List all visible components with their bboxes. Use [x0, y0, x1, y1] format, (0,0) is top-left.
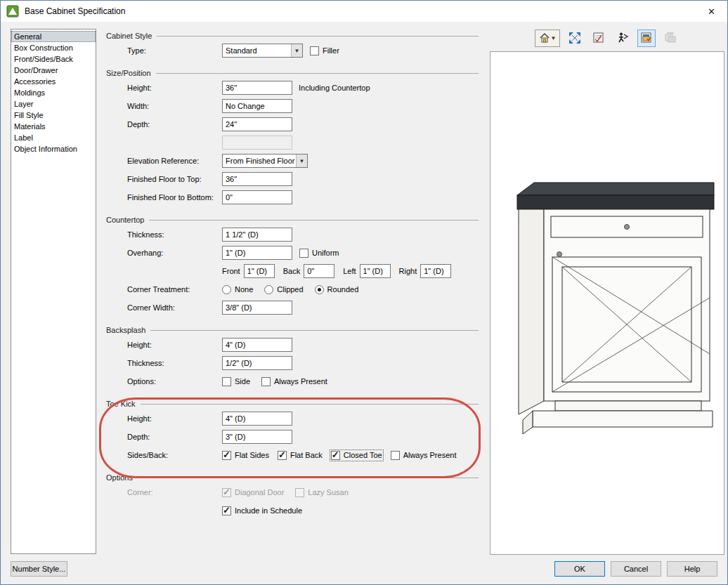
preview-viewport[interactable]: [490, 51, 724, 555]
lazy-susan-checkbox: Lazy Susan: [295, 488, 348, 497]
sidebar-item-box-construction[interactable]: Box Construction: [11, 42, 96, 53]
section-title: Toe Kick: [106, 400, 136, 408]
ok-button[interactable]: OK: [554, 561, 605, 577]
help-button[interactable]: Help: [667, 561, 717, 577]
backsplash-thickness-label: Thickness:: [127, 359, 222, 367]
countertop-thickness-input[interactable]: [222, 228, 292, 242]
chevron-down-icon: ▼: [291, 44, 302, 57]
window-title: Base Cabinet Specification: [25, 6, 125, 16]
walkthrough-icon: [616, 32, 629, 44]
checkbox-label: Always Present: [274, 377, 327, 386]
titlebar[interactable]: Base Cabinet Specification ✕: [1, 1, 727, 22]
checkbox-box: [278, 451, 287, 460]
flat-back-checkbox[interactable]: Flat Back: [278, 451, 323, 460]
overhang-back-label: Back: [283, 267, 300, 275]
elevation-reference-dropdown[interactable]: From Finished Floor ▼: [222, 154, 308, 168]
include-in-schedule-checkbox[interactable]: Include in Schedule: [222, 506, 302, 515]
height-label: Height:: [127, 84, 222, 92]
radio-label: Rounded: [327, 285, 359, 294]
sidebar-item-layer[interactable]: Layer: [11, 98, 96, 110]
corner-treatment-label: Corner Treatment:: [127, 285, 222, 294]
corner-none-radio[interactable]: None: [222, 285, 253, 294]
rebuild-icon: [664, 32, 677, 44]
floor-to-bottom-label: Finished Floor to Bottom:: [127, 193, 222, 202]
backsplash-height-input[interactable]: [222, 338, 292, 352]
cancel-button[interactable]: Cancel: [611, 561, 661, 577]
toe-kick-always-present-checkbox[interactable]: Always Present: [391, 451, 457, 460]
filler-checkbox[interactable]: Filler: [310, 46, 339, 55]
backsplash-thickness-input[interactable]: [222, 356, 292, 370]
fill-window-icon: [568, 32, 581, 44]
cad-detail-button[interactable]: [590, 29, 608, 47]
toe-kick-depth-input[interactable]: [222, 430, 292, 444]
backsplash-side-checkbox[interactable]: Side: [222, 377, 250, 386]
radio-label: None: [235, 285, 253, 294]
checkbox-box: [222, 488, 231, 497]
sidebar-item-materials[interactable]: Materials: [11, 121, 96, 132]
overhang-left-input[interactable]: [360, 264, 391, 278]
height-input[interactable]: [222, 81, 292, 95]
section-title: Options: [106, 473, 133, 482]
rebuild-button: [661, 29, 680, 47]
cabinet-style-section-header: Cabinet Style: [106, 32, 479, 40]
sidebar-item-moldings[interactable]: Moldings: [11, 87, 96, 98]
depth-input[interactable]: [222, 117, 292, 131]
type-label: Type:: [127, 46, 222, 55]
checkbox-label: Diagonal Door: [235, 488, 284, 497]
floor-to-top-input[interactable]: [222, 172, 292, 186]
color-view-button[interactable]: [637, 29, 656, 47]
camera-view-button[interactable]: ▼: [535, 29, 560, 47]
checkbox-box: [222, 451, 231, 460]
overhang-front-input[interactable]: [244, 264, 275, 278]
overhang-right-input[interactable]: [420, 264, 451, 278]
elevation-reference-label: Elevation Reference:: [127, 157, 222, 165]
sidebar-item-door-drawer[interactable]: Door/Drawer: [11, 65, 96, 76]
corner-width-label: Corner Width:: [127, 303, 222, 312]
checkbox-box: [222, 377, 231, 386]
width-input[interactable]: [222, 99, 292, 113]
section-title: Size/Position: [106, 69, 151, 77]
walkthrough-button[interactable]: [613, 29, 632, 47]
backsplash-options-label: Options:: [127, 377, 222, 386]
checkbox-label: Filler: [323, 46, 339, 55]
sidebar-item-general[interactable]: General: [11, 31, 96, 42]
checkbox-label: Include in Schedule: [235, 506, 302, 515]
overhang-back-input[interactable]: [304, 264, 334, 278]
overhang-input[interactable]: [222, 246, 292, 260]
sidebar-item-accessories[interactable]: Accessories: [11, 76, 96, 87]
sidebar-item-object-information[interactable]: Object Information: [11, 143, 96, 155]
radio-circle: [264, 285, 273, 294]
backsplash-always-present-checkbox[interactable]: Always Present: [261, 377, 327, 386]
depth-label: Depth:: [127, 120, 222, 129]
closed-toe-checkbox[interactable]: Closed Toe: [331, 451, 382, 460]
section-title: Cabinet Style: [106, 32, 152, 40]
close-icon[interactable]: ✕: [696, 1, 727, 22]
checkbox-box: [331, 451, 340, 460]
sidebar-item-label[interactable]: Label: [11, 132, 96, 143]
elevation-reference-value: From Finished Floor: [223, 157, 296, 165]
checkbox-box: [261, 377, 271, 386]
flat-sides-checkbox[interactable]: Flat Sides: [222, 451, 269, 460]
corner-rounded-radio[interactable]: Rounded: [315, 285, 359, 294]
base-cabinet-specification-dialog: Base Cabinet Specification ✕ General Box…: [0, 0, 728, 585]
number-style-button[interactable]: Number Style...: [11, 561, 67, 577]
backsplash-section-header: Backsplash: [106, 326, 479, 334]
uniform-checkbox[interactable]: Uniform: [299, 249, 339, 258]
checkbox-box: [310, 46, 319, 55]
checkbox-label: Flat Back: [290, 451, 323, 459]
corner-width-input[interactable]: [222, 301, 292, 315]
checkbox-label: Always Present: [403, 451, 457, 459]
toe-kick-height-label: Height:: [127, 414, 222, 423]
toe-kick-depth-label: Depth:: [127, 433, 222, 441]
toe-kick-height-input[interactable]: [222, 412, 292, 426]
sidebar-item-fill-style[interactable]: Fill Style: [11, 110, 96, 121]
floor-to-bottom-input[interactable]: [222, 190, 292, 204]
fill-window-button[interactable]: [566, 29, 584, 47]
checkbox-label: Flat Sides: [235, 451, 269, 459]
corner-clipped-radio[interactable]: Clipped: [264, 285, 303, 294]
general-panel: Cabinet Style Type: Standard ▼ Filler Si…: [106, 29, 479, 520]
chevron-down-icon: ▼: [296, 155, 307, 167]
type-dropdown[interactable]: Standard ▼: [222, 44, 303, 58]
sidebar-item-front-sides-back[interactable]: Front/Sides/Back: [11, 53, 96, 65]
radio-label: Clipped: [277, 285, 303, 294]
